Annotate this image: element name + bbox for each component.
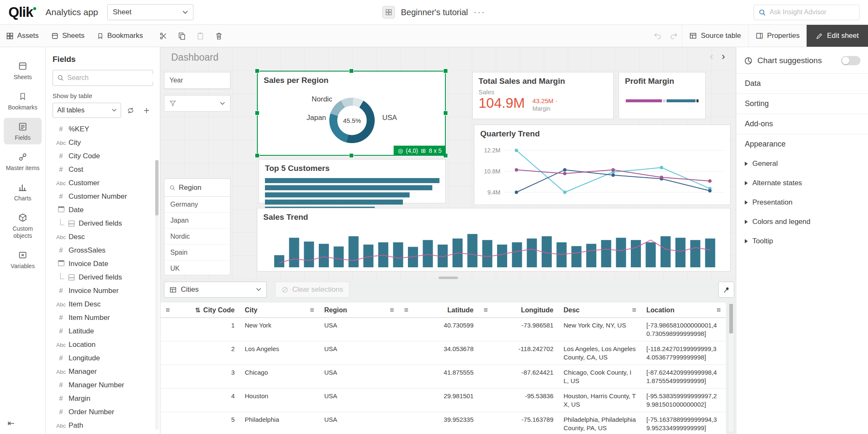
accordion-section-appearance[interactable]: Appearance — [736, 134, 868, 154]
rail-item-custom-objects[interactable]: Custom objects — [4, 209, 42, 242]
field-item-path[interactable]: AbcPath — [53, 419, 153, 432]
table-row[interactable]: 5PhiladelphiaUSA39.952335-75.163789Phila… — [161, 412, 726, 434]
table-row[interactable]: 2Los AngelesUSA34.053678-118.242702Los A… — [161, 341, 726, 365]
resize-handle[interactable] — [443, 69, 448, 73]
accordion-section-sorting[interactable]: Sorting — [736, 93, 868, 114]
column-header-longitude[interactable]: ≡Longitude — [479, 306, 558, 314]
rail-item-bookmarks[interactable]: Bookmarks — [4, 88, 42, 114]
cyclic-group-icon-button[interactable] — [124, 104, 137, 117]
field-item-derived-fields[interactable]: Derived fields — [53, 271, 153, 284]
redo-button[interactable] — [666, 28, 682, 44]
field-item-item-number[interactable]: #Item Number — [53, 311, 153, 325]
sort-icon[interactable]: ⇅ — [195, 306, 201, 314]
tab-sheets[interactable]: Sheets — [45, 25, 91, 47]
resize-handle[interactable] — [255, 69, 259, 73]
resize-handle[interactable] — [349, 69, 354, 73]
dimension-selector-dropdown[interactable]: Cities — [164, 282, 267, 298]
region-option-nordic[interactable]: Nordic — [164, 229, 230, 245]
scrollbar-thumb[interactable] — [729, 304, 733, 333]
column-header-city-code[interactable]: ⇅City Code — [177, 306, 240, 314]
field-item-manager-number[interactable]: #Manager Number — [53, 378, 153, 392]
column-header-location[interactable]: Location≡ — [641, 306, 726, 314]
delete-button[interactable] — [211, 28, 227, 44]
column-header-city[interactable]: City≡ — [240, 306, 319, 314]
chart-quarterly-trend[interactable]: Quarterly Trend 12.2M10.8M9.4M — [474, 125, 730, 205]
year-filter-box[interactable]: Year — [164, 72, 230, 89]
cut-button[interactable] — [155, 28, 171, 44]
fields-scrollbar[interactable] — [155, 160, 159, 430]
panel-resize-grip[interactable] — [439, 277, 458, 279]
field-item-city[interactable]: AbcCity — [53, 136, 153, 149]
menu-icon[interactable]: ≡ — [166, 306, 170, 314]
field-item-date[interactable]: Date — [53, 203, 153, 217]
table-row[interactable]: 3ChicagoUSA41.875555-87.624421Chicago, C… — [161, 365, 726, 389]
field-item-derived-fields[interactable]: Derived fields — [53, 217, 153, 230]
column-header-desc[interactable]: Desc≡ — [558, 306, 641, 314]
rail-item-fields[interactable]: Fields — [4, 118, 42, 144]
column-header-latitude[interactable]: ≡Latitude — [399, 306, 479, 314]
table-row[interactable]: 1New YorkUSA40.730599-73.986581New York … — [161, 318, 726, 341]
field-item-cost[interactable]: #Cost — [53, 163, 153, 176]
chart-sales-trend[interactable]: Sales Trend — [257, 208, 730, 272]
next-sheet-button[interactable]: › — [722, 51, 725, 62]
tab-assets[interactable]: Assets — [0, 25, 45, 47]
chart-sales-per-region[interactable]: Sales per Region 45.5% Nordic Japan USA … — [257, 71, 446, 156]
column-header-region[interactable]: Region≡ — [319, 306, 399, 314]
field-item-desc[interactable]: AbcDesc — [53, 230, 153, 244]
accordion-subitem-presentation[interactable]: Presentation — [736, 193, 868, 212]
properties-button[interactable]: Properties — [748, 25, 807, 47]
region-option-spain[interactable]: Spain — [164, 245, 230, 261]
fields-search-input[interactable] — [67, 74, 154, 82]
sheet-selector-dropdown[interactable]: Sheet — [107, 4, 193, 20]
chart-profit-margin[interactable]: Profit Margin — [619, 72, 706, 119]
column-menu-icon[interactable]: ≡ — [390, 306, 394, 314]
field-item--key[interactable]: #%KEY — [53, 122, 153, 136]
field-item-invoice-number[interactable]: #Invoice Number — [53, 284, 153, 298]
column-menu-icon[interactable]: ≡ — [632, 306, 636, 314]
table-scrollbar[interactable] — [728, 303, 734, 432]
field-item-item-desc[interactable]: AbcItem Desc — [53, 298, 153, 311]
accordion-subitem-colors-and-legend[interactable]: Colors and legend — [736, 212, 868, 232]
accordion-subitem-general[interactable]: General — [736, 154, 868, 173]
fields-search[interactable] — [53, 70, 153, 86]
scrollbar-thumb[interactable] — [155, 160, 159, 216]
table-menu-cell[interactable]: ≡ — [161, 306, 177, 314]
chart-suggestions-toggle[interactable] — [841, 56, 860, 65]
clear-selections-button[interactable]: Clear selections — [275, 282, 349, 298]
paste-button[interactable] — [192, 28, 208, 44]
region-option-uk[interactable]: UK — [164, 261, 230, 275]
column-menu-icon[interactable]: ≡ — [404, 306, 408, 314]
table-row[interactable]: 4HoustonUSA29.981501-95.53836Houston, Ha… — [161, 389, 726, 412]
column-menu-icon[interactable]: ≡ — [717, 306, 721, 314]
previous-sheet-button[interactable]: ‹ — [710, 51, 713, 62]
field-item-manager[interactable]: AbcManager — [53, 365, 153, 378]
undo-button[interactable] — [650, 28, 666, 44]
rail-item-sheets[interactable]: Sheets — [4, 57, 42, 84]
field-item-longitude[interactable]: #Longitude — [53, 351, 153, 365]
pin-button[interactable] — [718, 282, 734, 298]
insight-advisor-input[interactable] — [770, 8, 857, 16]
customer-bar[interactable] — [265, 200, 403, 205]
accordion-subitem-tooltip[interactable]: Tooltip — [736, 232, 868, 251]
field-item-grosssales[interactable]: #GrossSales — [53, 244, 153, 257]
field-item-product-group[interactable]: AbcProduct Group — [53, 432, 153, 434]
customer-bar[interactable] — [265, 185, 432, 190]
edit-sheet-button[interactable]: Edit sheet — [807, 25, 868, 47]
customer-bar[interactable] — [265, 192, 410, 197]
accordion-subitem-alternate-states[interactable]: Alternate states — [736, 173, 868, 193]
field-item-customer-number[interactable]: #Customer Number — [53, 190, 153, 203]
column-menu-icon[interactable]: ≡ — [484, 306, 488, 314]
field-item-latitude[interactable]: #Latitude — [53, 325, 153, 338]
accordion-section-data[interactable]: Data — [736, 73, 868, 93]
resize-handle[interactable] — [349, 153, 354, 158]
field-item-city-code[interactable]: #City Code — [53, 149, 153, 163]
rail-item-master-items[interactable]: Master items — [4, 148, 42, 175]
chart-total-sales-and-margin[interactable]: Total Sales and Margin Sales 104.9M 43.2… — [472, 72, 614, 119]
field-item-customer[interactable]: AbcCustomer — [53, 176, 153, 190]
region-option-japan[interactable]: Japan — [164, 213, 230, 229]
field-item-invoice-date[interactable]: Invoice Date — [53, 257, 153, 271]
region-listbox-header[interactable]: Region — [164, 179, 230, 197]
resize-handle[interactable] — [255, 111, 259, 115]
copy-button[interactable] — [174, 28, 190, 44]
add-field-button[interactable] — [140, 104, 153, 117]
